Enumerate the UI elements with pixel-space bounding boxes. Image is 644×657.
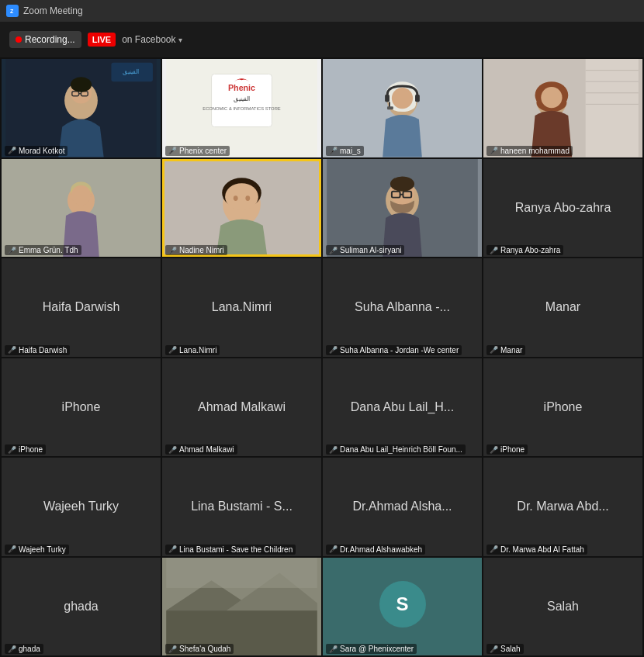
video-cell-lana-nimri[interactable]: Lana.Nimri🎤Lana.Nimri [162,258,321,357]
name-overlay-ranya-abo-zahra: 🎤Ranya Abo-zahra [486,245,563,255]
label-salah: Salah [500,645,521,653]
name-overlay-nadine-nimri: 🎤Nadine Nimri [165,245,227,255]
display-name-dana-abu-lail: Dana Abu Lail_H... [348,397,457,417]
label-suha-albanna: Suha Albanna - Jordan -We center [340,346,459,354]
label-wajeeh-turky: Wajeeh Turky [19,545,66,554]
video-cell-ghada[interactable]: ghada🎤ghada [2,558,161,656]
svg-point-34 [541,87,562,108]
mute-icon-ahmad-malkawi: 🎤 [168,446,177,454]
label-shefaa-qudah: Shefa'a Qudah [179,645,230,653]
video-cell-shefaa-qudah[interactable]: 🎤Shefa'a Qudah [162,558,321,656]
recording-dot [16,36,22,43]
svg-point-42 [225,183,258,210]
name-overlay-dr-ahmad-alsha: 🎤Dr.Ahmad Alshawabkeh [326,545,425,555]
video-cell-dana-abu-lail[interactable]: Dana Abu Lail_H...🎤Dana Abu Lail_Heinric… [323,358,482,457]
name-overlay-suliman-al-siryani: 🎤Suliman Al-siryani [326,245,404,255]
mute-icon-sara-phenixcenter: 🎤 [329,645,338,653]
mute-icon-nadine-nimri: 🎤 [168,247,177,254]
video-cell-haifa-darwish[interactable]: Haifa Darwish🎤Haifa Darwish [2,258,161,357]
svg-text:الفينيق: الفينيق [123,68,139,75]
mute-icon-dr-marwa-abd: 🎤 [490,545,498,553]
label-manar: Manar [500,346,522,354]
display-name-iphone-1: iPhone [59,397,104,417]
mute-icon-suha-albanna: 🎤 [329,346,338,354]
video-cell-lina-bustami[interactable]: Lina Bustami - S...🎤Lina Bustami - Save … [162,458,321,556]
video-cell-haneen-mohammad[interactable]: 🎤haneen mohammad [483,59,642,157]
display-name-ahmad-malkawi: Ahmad Malkawi [195,397,289,417]
mute-icon-salah: 🎤 [490,645,498,653]
svg-text:Z: Z [10,9,14,14]
video-cell-emma-grn[interactable]: 🎤Emma Grün. Tdh [2,159,161,258]
video-cell-iphone-1[interactable]: iPhone🎤iPhone [2,358,161,457]
mute-icon-suliman-al-siryani: 🎤 [329,247,338,254]
name-overlay-suha-albanna: 🎤Suha Albanna - Jordan -We center [326,345,462,355]
label-dana-abu-lail: Dana Abu Lail_Heinrich Böll Foun... [340,445,462,454]
video-cell-dr-ahmad-alsha[interactable]: Dr.Ahmad Alsha...🎤Dr.Ahmad Alshawabkeh [323,458,482,556]
mute-icon-haneen-mohammad: 🎤 [490,147,498,154]
video-cell-iphone-2[interactable]: iPhone🎤iPhone [483,358,642,457]
display-name-manar: Manar [542,297,583,317]
svg-point-10 [71,77,92,92]
label-iphone-1: iPhone [19,445,43,454]
label-morad-kotkot: Morad Kotkot [19,147,64,155]
label-mai-s: mai_s [340,147,361,155]
titlebar: Z Zoom Meeting [0,0,644,22]
video-cell-suha-albanna[interactable]: Suha Albanna -...🎤Suha Albanna - Jordan … [323,258,482,357]
label-iphone-2: iPhone [500,445,525,454]
label-ranya-abo-zahra: Ranya Abo-zahra [500,246,560,254]
svg-rect-22 [415,95,420,102]
name-overlay-shefaa-qudah: 🎤Shefa'a Qudah [165,644,234,654]
display-name-ghada: ghada [61,596,102,617]
display-name-suha-albanna: Suha Albanna -... [351,297,453,317]
display-name-salah: Salah [544,596,582,617]
display-name-ranya-abo-zahra: Ranya Abo-zahra [512,198,615,218]
display-name-dr-marwa-abd: Dr. Marwa Abd... [514,496,611,517]
video-cell-ahmad-malkawi[interactable]: Ahmad Malkawi🎤Ahmad Malkawi [162,358,321,457]
mute-icon-wajeeh-turky: 🎤 [8,545,16,553]
name-overlay-mai-s: 🎤mai_s [326,146,364,156]
video-cell-wajeeh-turky[interactable]: Wajeeh Turky🎤Wajeeh Turky [2,458,161,556]
mute-icon-dr-ahmad-alsha: 🎤 [329,545,338,553]
facebook-dropdown-chevron[interactable]: ▾ [178,36,182,44]
video-cell-dr-marwa-abd[interactable]: Dr. Marwa Abd...🎤Dr. Marwa Abd Al Fattah [483,458,642,556]
svg-rect-56 [166,558,317,588]
name-overlay-ghada: 🎤ghada [5,644,43,654]
video-cell-phenix-center[interactable]: Phenic الفينيق ECONOMIC & INFORMATICS ST… [162,59,321,157]
svg-text:ECONOMIC & INFORMATICS STORE: ECONOMIC & INFORMATICS STORE [203,106,281,111]
name-overlay-morad-kotkot: 🎤Morad Kotkot [5,146,68,156]
mute-icon-manar: 🎤 [490,346,498,354]
name-overlay-haifa-darwish: 🎤Haifa Darwish [5,345,70,355]
video-cell-manar[interactable]: Manar🎤Manar [483,258,642,357]
label-suliman-al-siryani: Suliman Al-siryani [340,246,401,254]
mute-icon-phenix-center: 🎤 [168,147,177,154]
svg-rect-24 [387,106,393,109]
video-cell-salah[interactable]: Salah🎤Salah [483,558,642,656]
name-overlay-haneen-mohammad: 🎤haneen mohammad [486,146,573,156]
mute-icon-lina-bustami: 🎤 [168,545,177,553]
label-ahmad-malkawi: Ahmad Malkawi [179,445,234,454]
mute-icon-ranya-abo-zahra: 🎤 [490,247,498,254]
name-overlay-ahmad-malkawi: 🎤Ahmad Malkawi [165,444,237,455]
live-badge: LIVE [88,33,116,47]
name-overlay-wajeeh-turky: 🎤Wajeeh Turky [5,545,69,555]
video-cell-mai-s[interactable]: 🎤mai_s [323,59,482,157]
recording-button[interactable]: Recording... [9,31,81,48]
label-dr-ahmad-alsha: Dr.Ahmad Alshawabkeh [340,545,422,554]
display-name-lina-bustami: Lina Bustami - S... [188,496,296,517]
mute-icon-lana-nimri: 🎤 [168,346,177,354]
name-overlay-salah: 🎤Salah [486,644,524,654]
video-cell-sara-phenixcenter[interactable]: S🎤Sara @ Phenixcenter [323,558,482,656]
name-overlay-emma-grn: 🎤Emma Grün. Tdh [5,245,81,255]
name-overlay-lina-bustami: 🎤Lina Bustami - Save the Children [165,545,296,555]
video-cell-suliman-al-siryani[interactable]: 🎤Suliman Al-siryani [323,159,482,258]
label-haneen-mohammad: haneen mohammad [500,147,570,155]
label-phenix-center: Phenix center [179,147,227,155]
name-overlay-sara-phenixcenter: 🎤Sara @ Phenixcenter [326,644,417,654]
topbar: Recording... LIVE on Facebook ▾ [0,22,644,57]
label-lina-bustami: Lina Bustami - Save the Children [179,545,293,554]
video-cell-morad-kotkot[interactable]: الفينيق 🎤Morad Kotkot [2,59,161,157]
video-cell-nadine-nimri[interactable]: 🎤Nadine Nimri [162,159,321,258]
label-lana-nimri: Lana.Nimri [179,346,216,354]
svg-rect-21 [385,95,390,102]
video-cell-ranya-abo-zahra[interactable]: Ranya Abo-zahra🎤Ranya Abo-zahra [483,159,642,258]
